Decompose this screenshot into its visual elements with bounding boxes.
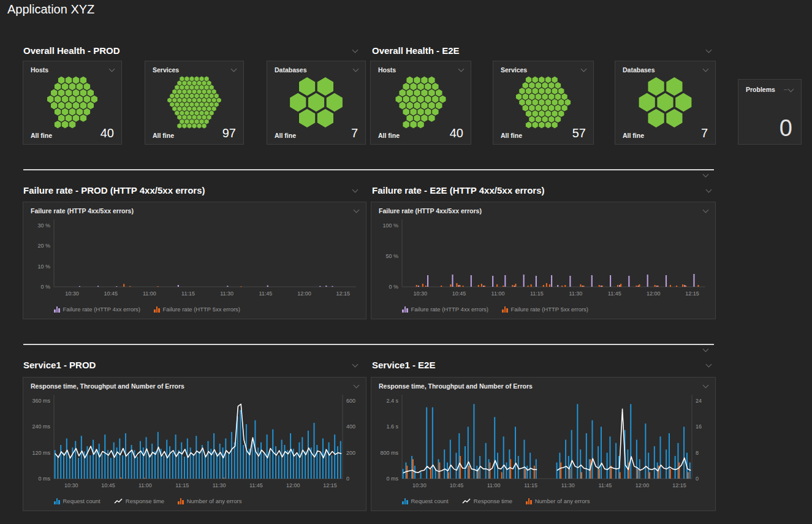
hexagon[interactable] <box>200 119 204 124</box>
hexagon[interactable] <box>542 93 547 100</box>
chevron-down-icon[interactable] <box>702 346 710 352</box>
hexagon[interactable] <box>184 93 189 98</box>
hexagon[interactable] <box>519 99 525 106</box>
hexagon[interactable] <box>399 102 405 109</box>
tile-services-e2e[interactable]: Services All fine 57 <box>493 61 594 145</box>
tile-hosts-prod[interactable]: Hosts All fine 40 <box>23 61 122 145</box>
hexagon[interactable] <box>69 96 75 103</box>
hexagon[interactable] <box>403 108 409 115</box>
hexagon[interactable] <box>526 77 531 83</box>
hexagon[interactable] <box>189 85 194 90</box>
hexagon[interactable] <box>177 106 181 111</box>
hexagon[interactable] <box>327 93 343 112</box>
hexagon[interactable] <box>182 115 186 120</box>
chevron-down-icon[interactable] <box>230 66 238 72</box>
hexagon[interactable] <box>432 96 438 103</box>
hexagon[interactable] <box>555 105 561 112</box>
service-chart-prod[interactable]: 360 ms240 ms120 ms0 ms600400200010:3010:… <box>23 378 367 512</box>
legend-item[interactable]: Failure rate (HTTP 4xx errors) <box>54 306 140 313</box>
tile-problems[interactable]: Problems 0 <box>738 79 802 145</box>
legend-item[interactable]: Number of any errors <box>178 498 241 504</box>
chevron-down-icon[interactable] <box>705 362 713 368</box>
hexagon[interactable] <box>187 81 191 86</box>
hexagon[interactable] <box>180 93 184 98</box>
hexagon[interactable] <box>410 83 416 90</box>
hexagon[interactable] <box>417 96 423 103</box>
hexagon[interactable] <box>210 110 214 115</box>
hexagon[interactable] <box>428 115 434 122</box>
hexagon[interactable] <box>210 93 214 98</box>
hexagon[interactable] <box>62 96 68 103</box>
hexagon[interactable] <box>417 83 423 90</box>
hexagon[interactable] <box>192 81 196 86</box>
hexagon[interactable] <box>91 96 97 103</box>
hexagon[interactable] <box>648 77 664 96</box>
hexagon[interactable] <box>299 109 315 127</box>
hexagon[interactable] <box>88 89 94 96</box>
hexagon[interactable] <box>202 81 207 86</box>
hexagon[interactable] <box>542 82 547 89</box>
hexagon[interactable] <box>406 115 412 122</box>
hexagon[interactable] <box>192 89 196 94</box>
hexagon[interactable] <box>406 89 412 96</box>
hexagon[interactable] <box>403 96 409 103</box>
hexagon[interactable] <box>77 108 83 115</box>
hexagon[interactable] <box>170 102 174 107</box>
hexagon[interactable] <box>73 77 79 84</box>
hexagon[interactable] <box>399 89 405 96</box>
hexagon[interactable] <box>526 99 531 106</box>
hexagon[interactable] <box>317 77 333 96</box>
chevron-down-icon[interactable] <box>580 66 588 72</box>
hexagon[interactable] <box>533 99 538 106</box>
hexagon-cluster[interactable] <box>498 76 588 129</box>
chevron-down-icon[interactable] <box>702 66 710 72</box>
hexagon[interactable] <box>529 93 534 100</box>
hexagon[interactable] <box>421 115 427 122</box>
hexagon[interactable] <box>539 110 544 117</box>
chevron-down-icon[interactable] <box>108 66 116 72</box>
hexagon[interactable] <box>428 102 434 109</box>
hexagon[interactable] <box>200 93 204 98</box>
hexagon[interactable] <box>425 96 431 103</box>
hexagon[interactable] <box>180 77 184 82</box>
hexagon[interactable] <box>523 93 528 100</box>
hexagon[interactable] <box>207 115 211 120</box>
hexagon[interactable] <box>177 89 181 94</box>
hexagon[interactable] <box>172 89 176 94</box>
hexagon[interactable] <box>200 85 204 90</box>
hexagon[interactable] <box>214 93 219 98</box>
hexagon[interactable] <box>205 93 209 98</box>
hexagon[interactable] <box>51 102 57 109</box>
hexagon[interactable] <box>552 77 557 83</box>
hexagon[interactable] <box>396 96 402 103</box>
hexagon[interactable] <box>189 77 194 82</box>
hexagon[interactable] <box>80 102 86 109</box>
hexagon[interactable] <box>177 97 181 102</box>
hexagon-cluster[interactable] <box>150 76 238 129</box>
hexagon[interactable] <box>88 102 94 109</box>
tile-services-prod[interactable]: Services All fine 97 <box>145 61 244 145</box>
hexagon[interactable] <box>555 82 561 89</box>
chevron-down-icon[interactable] <box>458 66 465 72</box>
hexagon[interactable] <box>62 83 68 90</box>
hexagon[interactable] <box>421 102 427 109</box>
legend-item[interactable]: Response time <box>462 498 512 504</box>
hexagon-cluster[interactable] <box>620 76 710 129</box>
hexagon[interactable] <box>536 93 541 100</box>
hexagon[interactable] <box>548 105 554 112</box>
hexagon[interactable] <box>172 97 176 102</box>
hexagon[interactable] <box>436 102 442 109</box>
hexagon[interactable] <box>55 96 61 103</box>
hexagon[interactable] <box>545 77 551 83</box>
chevron-down-icon[interactable] <box>705 187 713 193</box>
hexagon[interactable] <box>73 115 79 122</box>
hexagon[interactable] <box>207 89 211 94</box>
hexagon[interactable] <box>175 93 179 98</box>
hexagon[interactable] <box>539 88 544 94</box>
hexagon[interactable] <box>205 102 209 107</box>
hexagon[interactable] <box>539 99 544 106</box>
hexagon[interactable] <box>200 102 204 107</box>
hexagon[interactable] <box>58 89 64 96</box>
hexagon[interactable] <box>414 102 420 109</box>
hexagon[interactable] <box>414 77 420 84</box>
